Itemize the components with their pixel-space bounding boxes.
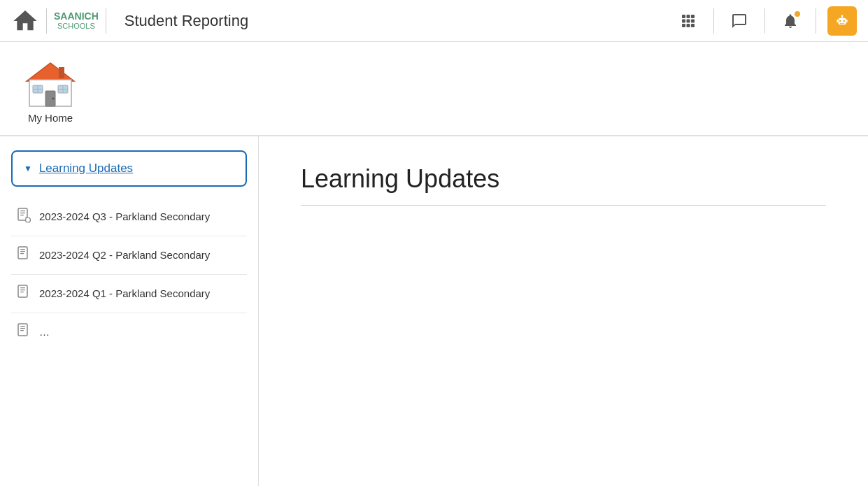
svg-rect-34 xyxy=(20,249,25,250)
learning-updates-button[interactable]: ▼ Learning Updates xyxy=(11,150,247,187)
main-content: ▼ Learning Updates 2023-2024 Q3 - Parkla… xyxy=(0,136,868,486)
content-divider xyxy=(301,205,826,206)
svg-point-14 xyxy=(841,15,843,16)
svg-rect-12 xyxy=(840,23,845,24)
document-icon xyxy=(17,285,31,303)
home-button[interactable] xyxy=(11,7,39,35)
grid-button[interactable] xyxy=(674,7,702,35)
app-title: Student Reporting xyxy=(124,12,248,30)
topbar: SAANICH SCHOOLS Student Reporting xyxy=(0,0,868,42)
svg-rect-42 xyxy=(20,326,25,327)
list-item-text: 2023-2024 Q3 - Parkland Secondary xyxy=(39,210,210,224)
nav-divider-4 xyxy=(764,8,765,34)
svg-rect-35 xyxy=(20,251,25,252)
svg-rect-33 xyxy=(18,247,27,259)
svg-point-32 xyxy=(26,217,31,222)
list-item-text: … xyxy=(39,325,50,339)
svg-rect-5 xyxy=(691,19,695,22)
svg-point-10 xyxy=(839,20,841,22)
svg-rect-4 xyxy=(687,19,690,22)
svg-rect-38 xyxy=(20,287,25,288)
document-icon xyxy=(17,246,31,264)
nav-divider-1 xyxy=(46,8,47,34)
svg-rect-39 xyxy=(20,290,25,290)
logo-saanich: SAANICH xyxy=(54,11,99,22)
sidebar: ▼ Learning Updates 2023-2024 Q3 - Parkla… xyxy=(0,136,259,486)
svg-rect-3 xyxy=(682,19,685,22)
my-home-label: My Home xyxy=(28,112,73,124)
svg-marker-17 xyxy=(27,63,74,81)
svg-rect-0 xyxy=(682,15,685,18)
document-icon xyxy=(17,208,31,226)
list-item-text: 2023-2024 Q1 - Parkland Secondary xyxy=(39,287,210,301)
svg-rect-43 xyxy=(20,328,25,329)
school-logo: SAANICH SCHOOLS xyxy=(54,11,99,30)
notification-badge xyxy=(795,11,800,17)
my-home-button[interactable]: My Home xyxy=(22,59,78,124)
learning-updates-label: Learning Updates xyxy=(39,162,133,176)
svg-point-21 xyxy=(52,98,55,100)
svg-rect-6 xyxy=(682,24,685,27)
svg-rect-41 xyxy=(18,324,27,336)
svg-rect-15 xyxy=(837,19,838,22)
svg-rect-30 xyxy=(20,213,25,213)
svg-point-11 xyxy=(843,20,845,22)
logo-schools: SCHOOLS xyxy=(57,22,95,30)
svg-rect-1 xyxy=(687,15,690,18)
reports-list: 2023-2024 Q3 - Parkland Secondary 2023-2… xyxy=(11,198,247,351)
svg-rect-8 xyxy=(691,24,695,27)
svg-rect-44 xyxy=(20,330,24,331)
document-icon xyxy=(17,323,31,341)
list-item-text: 2023-2024 Q2 - Parkland Secondary xyxy=(39,248,210,262)
content-area: Learning Updates xyxy=(259,136,868,486)
svg-rect-37 xyxy=(18,285,27,297)
nav-divider-5 xyxy=(816,8,816,34)
nav-divider-2 xyxy=(106,8,106,34)
house-icon xyxy=(22,59,78,109)
svg-rect-36 xyxy=(20,253,24,254)
hero-section: My Home xyxy=(0,42,868,136)
svg-rect-31 xyxy=(20,215,24,215)
svg-rect-40 xyxy=(20,292,24,292)
topbar-right-actions xyxy=(674,6,857,36)
content-title: Learning Updates xyxy=(301,164,826,194)
nav-divider-3 xyxy=(713,8,714,34)
chat-button[interactable] xyxy=(725,7,753,35)
chevron-down-icon: ▼ xyxy=(24,164,32,173)
list-item[interactable]: 2023-2024 Q2 - Parkland Secondary xyxy=(11,236,247,275)
svg-rect-16 xyxy=(846,19,847,22)
avatar-button[interactable] xyxy=(827,6,857,36)
list-item[interactable]: 2023-2024 Q3 - Parkland Secondary xyxy=(11,198,247,236)
svg-rect-18 xyxy=(59,67,64,78)
list-item[interactable]: 2023-2024 Q1 - Parkland Secondary xyxy=(11,275,247,313)
list-item[interactable]: … xyxy=(11,313,247,351)
svg-rect-29 xyxy=(20,210,25,211)
svg-rect-7 xyxy=(687,24,690,27)
svg-rect-2 xyxy=(691,15,695,18)
notifications-button[interactable] xyxy=(776,7,804,35)
